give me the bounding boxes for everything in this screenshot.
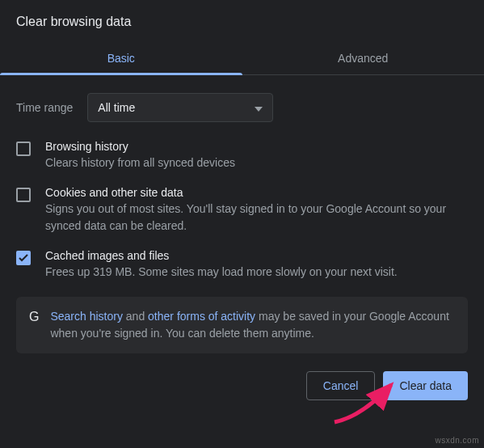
checkbox-browsing-history[interactable] <box>16 142 31 156</box>
cancel-button[interactable]: Cancel <box>306 371 376 400</box>
time-range-label: Time range <box>16 101 73 114</box>
clear-data-button[interactable]: Clear data <box>383 371 468 400</box>
tab-bar: Basic Advanced <box>0 40 484 75</box>
option-desc: Clears history from all synced devices <box>45 154 235 171</box>
watermark: wsxdn.com <box>435 436 479 445</box>
link-search-history[interactable]: Search history <box>50 310 122 323</box>
option-title: Cookies and other site data <box>45 186 468 199</box>
checkbox-cached[interactable] <box>16 251 31 265</box>
option-desc: Frees up 319 MB. Some sites may load mor… <box>45 264 398 281</box>
time-range-row: Time range All time <box>16 75 468 130</box>
time-range-value: All time <box>98 101 135 114</box>
link-other-activity[interactable]: other forms of activity <box>148 310 255 323</box>
google-account-notice: G Search history and other forms of acti… <box>16 297 468 353</box>
clear-browsing-data-dialog: Clear browsing data Basic Advanced Time … <box>0 0 484 415</box>
checkbox-cookies[interactable] <box>16 188 31 202</box>
dialog-actions: Cancel Clear data <box>16 353 468 415</box>
tab-basic[interactable]: Basic <box>0 40 242 74</box>
option-desc: Signs you out of most sites. You'll stay… <box>45 201 468 235</box>
option-cookies: Cookies and other site data Signs you ou… <box>16 176 468 239</box>
option-title: Browsing history <box>45 140 235 153</box>
option-cached: Cached images and files Frees up 319 MB.… <box>16 239 468 285</box>
time-range-select[interactable]: All time <box>87 93 273 122</box>
tab-advanced[interactable]: Advanced <box>242 40 485 74</box>
chevron-down-icon <box>255 101 263 114</box>
notice-text: Search history and other forms of activi… <box>50 308 455 342</box>
google-icon: G <box>29 308 39 324</box>
dialog-title: Clear browsing data <box>16 15 468 29</box>
option-browsing-history: Browsing history Clears history from all… <box>16 130 468 176</box>
option-title: Cached images and files <box>45 249 398 262</box>
